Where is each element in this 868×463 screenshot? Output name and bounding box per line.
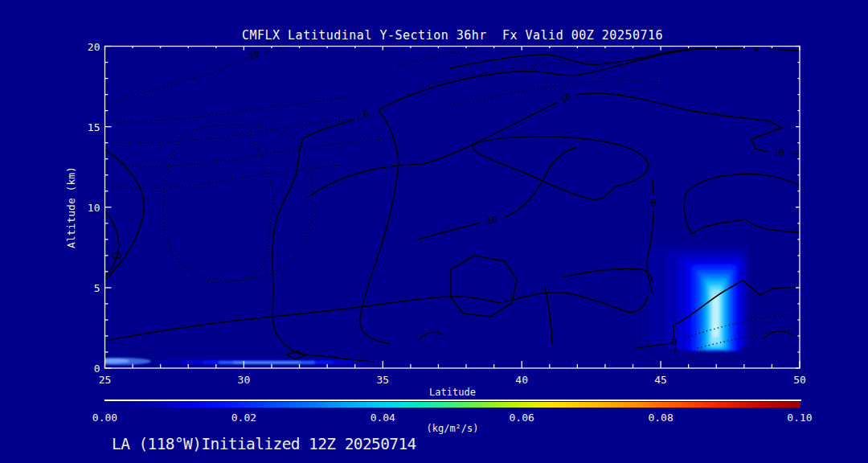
contour-line-solid [653,180,653,195]
x-axis-title: Latitude [104,387,800,398]
colorbar-top-line [104,399,801,401]
contour-line-dotted [113,115,376,143]
colorbar [104,402,800,408]
y-tick-label: 10 [88,201,100,213]
x-tick-label: 25 [99,374,112,386]
contour-line-solid [505,147,577,217]
plot-footer: LA (118°W)Initialized 12Z 20250714 [112,435,416,453]
contour-line-dotted [125,137,392,167]
flux-plume-layer [713,295,719,338]
x-tick-label: 45 [654,374,667,386]
x-tick-label: 35 [376,374,389,386]
contour-line-solid [686,174,800,194]
surface-streak-layer [233,362,301,364]
contour-line-solid [450,48,702,68]
y-axis-title: Altitude (km) [65,166,77,248]
contour-line-dotted [398,50,474,66]
x-tick-label: 40 [515,374,528,386]
y-tick-label: 5 [94,281,100,293]
filled-contour-shading [641,241,750,351]
contour-line-solid [104,293,648,341]
y-tick-label: 20 [88,40,100,52]
colorbar-tick-label: 0.10 [787,412,812,424]
contour-label: 10 [558,90,573,105]
contour-line-solid [575,93,782,152]
cross-section-chart: -100010101000 CMFLX Latitudinal Y-Sectio… [0,0,868,463]
contour-label: 0 [651,198,657,209]
contour-label: 10 [485,214,498,227]
contour-line-solid [684,194,800,234]
colorbar-tick-label: 0.02 [231,412,256,424]
contour-line-solid [104,150,144,280]
contour-line-solid [473,137,648,200]
contour-label: 0 [754,43,760,54]
contour-line-solid [764,331,794,339]
contour-label: -10 [242,48,261,64]
contour-line-solid [790,154,800,154]
contour-line-dotted [261,46,291,53]
contour-line-dotted [207,134,273,282]
y-tick-label: 0 [94,363,100,375]
contour-line-solid [307,102,558,198]
contour-line-dotted [104,61,243,104]
contour-line-solid [768,49,800,51]
contour-line-solid [419,332,443,340]
colorbar-tick-label: 0.06 [510,412,534,424]
contour-label: 10 [773,147,784,158]
plot-title: CMFLX Latitudinal Y-Section 36hr Fx Vali… [104,28,800,43]
contour-line-solid [304,120,354,138]
contour-line-solid [360,110,399,344]
x-tick-label: 30 [238,374,251,386]
colorbar-tick-label: 0.00 [92,412,117,424]
contour-line-solid [418,223,481,240]
colorbar-tick-label: 0.08 [648,412,673,424]
x-tick-label: 50 [793,374,806,386]
contour-line-solid [272,138,304,350]
colorbar-tick-label: 0.04 [371,412,395,424]
contour-line-solid [563,268,653,283]
contour-line-solid [451,256,517,317]
contour-line-dotted [104,96,350,122]
contour-line-dotted [163,125,313,281]
contour-line-dotted [108,165,342,188]
contour-label: 0 [672,337,678,348]
surface-flux-streak [87,357,378,365]
contour-line-dotted [450,80,664,105]
plot-area: -100010101000 [87,43,800,365]
contour-line-solid [545,287,552,344]
colorbar-units-label: (kg/m²/s) [104,423,800,434]
y-tick-label: 15 [88,121,100,133]
